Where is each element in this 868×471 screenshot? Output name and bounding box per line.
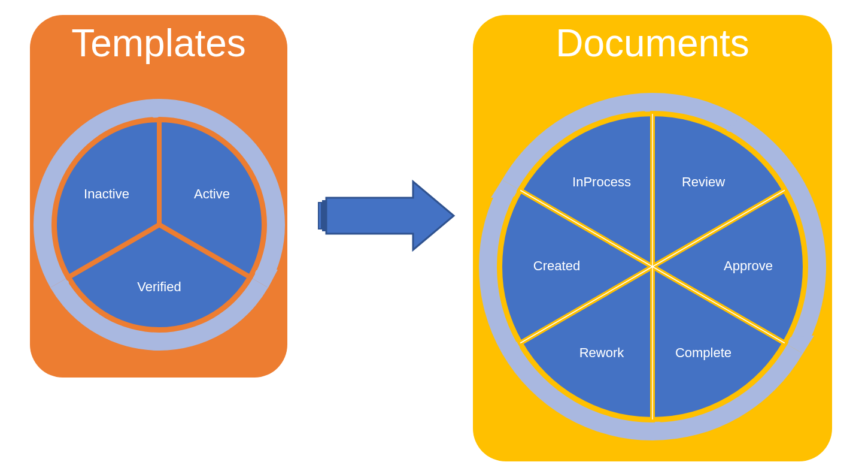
documents-segment-review: Review bbox=[682, 174, 725, 189]
documents-segment-created: Created bbox=[533, 258, 580, 273]
templates-segment-verified: Verified bbox=[137, 279, 181, 294]
arrow-connector bbox=[317, 174, 461, 258]
documents-panel: Documents bbox=[473, 15, 832, 461]
documents-segment-approve: Approve bbox=[724, 258, 773, 273]
documents-segment-inprocess: InProcess bbox=[572, 174, 631, 189]
svg-marker-3 bbox=[326, 182, 454, 250]
documents-wheel: InProcess Review Approve Complete Rework… bbox=[473, 81, 832, 452]
templates-segment-inactive: Inactive bbox=[84, 186, 129, 201]
svg-rect-4 bbox=[322, 200, 326, 231]
svg-rect-5 bbox=[318, 203, 321, 229]
templates-pie bbox=[54, 120, 264, 330]
templates-title: Templates bbox=[30, 21, 287, 65]
diagram-stage: Templates bbox=[0, 0, 868, 471]
documents-title: Documents bbox=[473, 21, 832, 65]
documents-segment-rework: Rework bbox=[579, 345, 625, 360]
documents-segment-complete: Complete bbox=[675, 345, 732, 360]
templates-wheel: Inactive Active Verified bbox=[31, 84, 288, 366]
templates-segment-active: Active bbox=[194, 186, 230, 201]
templates-panel: Templates bbox=[30, 15, 287, 378]
